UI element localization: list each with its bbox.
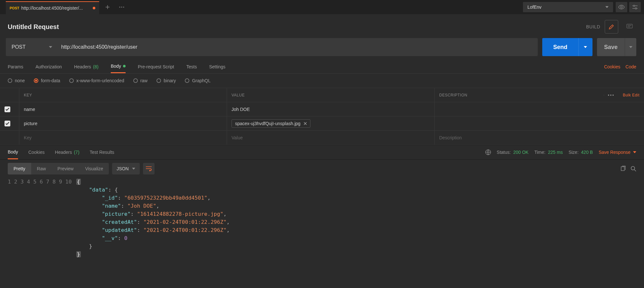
cell-key[interactable]: name: [19, 102, 227, 116]
chevron-down-icon: [584, 46, 587, 48]
svg-point-12: [631, 166, 635, 170]
cell-key[interactable]: Key: [19, 131, 227, 144]
unsaved-dot-icon: [93, 7, 95, 9]
view-mode-segment: Pretty Raw Preview Visualize: [8, 163, 109, 174]
tab-settings[interactable]: Settings: [209, 60, 225, 73]
size-value: 420 B: [581, 150, 593, 155]
view-raw[interactable]: Raw: [31, 163, 52, 174]
request-tab[interactable]: POST http://localhost:4500/register/...: [6, 1, 99, 14]
copy-icon[interactable]: [620, 166, 626, 172]
size-label: Size:: [569, 150, 579, 155]
svg-rect-11: [621, 167, 624, 171]
chevron-down-icon: [49, 46, 52, 48]
svg-point-5: [635, 8, 637, 9]
cell-value[interactable]: Value: [227, 131, 435, 144]
resp-tab-headers[interactable]: Headers (7): [55, 145, 80, 159]
edit-button[interactable]: [605, 20, 618, 34]
chevron-down-icon: [132, 168, 135, 170]
svg-point-8: [610, 94, 611, 95]
save-response-button[interactable]: Save Response: [599, 150, 636, 155]
chevron-down-icon: [629, 46, 632, 48]
send-button[interactable]: Send: [542, 38, 592, 56]
tab-url: http://localhost:4500/register/...: [21, 5, 91, 11]
settings-sliders-button[interactable]: [629, 2, 641, 12]
svg-point-4: [633, 5, 635, 6]
table-options-icon[interactable]: [604, 94, 618, 96]
cell-key[interactable]: picture: [19, 116, 227, 130]
table-row-empty: Key Value Description: [0, 131, 644, 145]
svg-point-7: [608, 94, 609, 95]
resp-tab-cookies[interactable]: Cookies: [28, 145, 45, 159]
response-body-viewer[interactable]: 1 2 3 4 5 6 7 8 9 10 { "data": { "_id": …: [0, 178, 644, 261]
body-type-binary[interactable]: binary: [156, 78, 176, 83]
body-type-row: none form-data x-www-form-urlencoded raw…: [0, 74, 644, 88]
save-dropdown[interactable]: [625, 38, 636, 56]
save-label: Save: [597, 44, 625, 51]
cell-value[interactable]: spacex-uj3hvdfQujI-unsplash.jpg: [227, 116, 435, 130]
send-label: Send: [542, 44, 578, 51]
tab-body[interactable]: Body: [111, 60, 126, 73]
cell-desc[interactable]: Description: [435, 131, 644, 144]
svg-point-2: [123, 7, 124, 8]
body-type-xwww[interactable]: x-www-form-urlencoded: [69, 78, 124, 83]
col-desc: DESCRIPTION: [439, 93, 468, 97]
environment-quicklook-button[interactable]: [616, 2, 627, 12]
save-button[interactable]: Save: [597, 38, 636, 56]
status-label: Status:: [497, 150, 511, 155]
environment-select[interactable]: LofEnv: [523, 2, 613, 12]
body-type-formdata[interactable]: form-data: [34, 78, 60, 83]
tab-authorization[interactable]: Authorization: [35, 60, 62, 73]
status-value: 200 OK: [513, 150, 528, 155]
tab-params[interactable]: Params: [8, 60, 23, 73]
body-type-raw[interactable]: raw: [133, 78, 148, 83]
method-select[interactable]: POST: [6, 38, 58, 56]
green-dot-icon: [123, 65, 126, 67]
add-tab-button[interactable]: [102, 1, 113, 13]
comment-button[interactable]: [623, 20, 636, 34]
cell-value[interactable]: Joh DOE: [227, 102, 435, 116]
view-visualize[interactable]: Visualize: [79, 163, 109, 174]
resp-tab-body[interactable]: Body: [8, 145, 18, 159]
close-icon[interactable]: [304, 122, 307, 125]
time-label: Time:: [534, 150, 545, 155]
svg-point-0: [119, 7, 120, 8]
resp-tab-test-results[interactable]: Test Results: [90, 145, 114, 159]
view-preview[interactable]: Preview: [52, 163, 80, 174]
table-row: name Joh DOE: [0, 102, 644, 116]
method-value: POST: [12, 44, 26, 50]
form-data-table: KEY VALUE DESCRIPTION Bulk Edit name Joh…: [0, 88, 644, 145]
row-checkbox[interactable]: [5, 106, 10, 112]
chevron-down-icon: [633, 151, 636, 153]
send-dropdown[interactable]: [578, 38, 592, 56]
view-pretty[interactable]: Pretty: [8, 163, 31, 174]
table-row: picture spacex-uj3hvdfQujI-unsplash.jpg: [0, 116, 644, 131]
tab-bar: POST http://localhost:4500/register/... …: [0, 0, 644, 14]
build-label: BUILD: [586, 24, 600, 29]
tab-method: POST: [10, 6, 19, 10]
url-input[interactable]: [58, 38, 538, 56]
format-select[interactable]: JSON: [112, 163, 139, 174]
svg-point-3: [620, 6, 622, 8]
time-value: 225 ms: [548, 150, 563, 155]
code-link[interactable]: Code: [626, 64, 636, 69]
file-chip[interactable]: spacex-uj3hvdfQujI-unsplash.jpg: [232, 119, 310, 128]
cookies-link[interactable]: Cookies: [604, 64, 620, 69]
row-checkbox[interactable]: [5, 121, 10, 126]
tab-prerequest[interactable]: Pre-request Script: [138, 60, 174, 73]
bulk-edit-link[interactable]: Bulk Edit: [623, 93, 639, 97]
chevron-down-icon: [605, 6, 609, 8]
environment-name: LofEnv: [527, 5, 542, 10]
tab-options-button[interactable]: [116, 1, 128, 13]
body-type-none[interactable]: none: [8, 78, 25, 83]
page-title: Untitled Request: [8, 23, 59, 31]
svg-rect-6: [627, 24, 632, 28]
body-type-graphql[interactable]: GraphQL: [185, 78, 211, 83]
svg-point-9: [612, 94, 613, 95]
globe-icon[interactable]: [485, 149, 491, 155]
tab-tests[interactable]: Tests: [186, 60, 197, 73]
col-key: KEY: [19, 88, 227, 102]
svg-point-1: [121, 7, 122, 8]
wrap-lines-button[interactable]: [143, 163, 155, 174]
tab-headers[interactable]: Headers (8): [74, 60, 99, 73]
search-icon[interactable]: [630, 166, 636, 172]
